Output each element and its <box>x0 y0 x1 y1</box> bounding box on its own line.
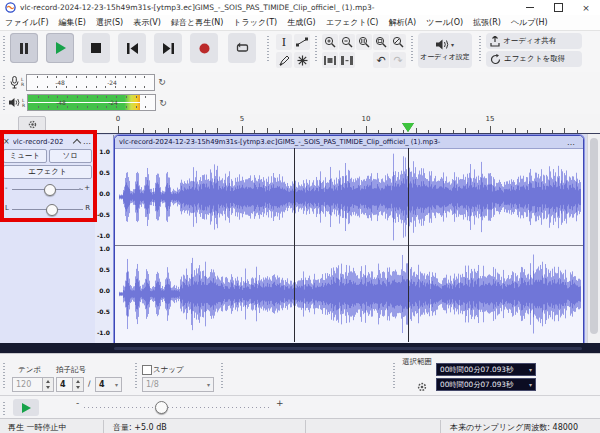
maximize-button[interactable] <box>544 0 572 15</box>
record-meter[interactable]: LR -48-24 ↻ <box>0 73 186 91</box>
pause-button[interactable] <box>10 33 38 63</box>
silence-audio-button[interactable] <box>339 52 355 68</box>
close-button[interactable]: × <box>572 0 600 15</box>
record-icon <box>199 43 210 54</box>
snap-checkbox[interactable] <box>142 365 152 375</box>
timesig-lower-select[interactable]: 4 ▾ <box>95 377 122 392</box>
waveform-channel-left[interactable] <box>115 149 581 245</box>
menu-item[interactable]: ヘルプ(H) <box>506 17 553 28</box>
envelope-tool-button[interactable] <box>294 34 310 50</box>
snap-select[interactable]: 1/8 ▾ <box>142 377 214 392</box>
play-button[interactable] <box>46 33 74 63</box>
meter-lr-labels: LR <box>21 77 24 87</box>
toolbar-grabber[interactable] <box>478 35 482 61</box>
multi-tool-button[interactable] <box>294 52 310 68</box>
trim-audio-button[interactable] <box>322 52 338 68</box>
menu-item[interactable]: 編集(E) <box>54 17 91 28</box>
play-at-speed-button[interactable] <box>13 399 39 416</box>
scale-label: -0.5 <box>95 212 112 218</box>
meter-refresh-icon: ↻ <box>159 98 167 108</box>
timesig-spinner[interactable] <box>73 377 84 392</box>
playhead-triangle[interactable] <box>402 123 414 132</box>
toolbar-grabber[interactable] <box>2 35 6 61</box>
toolbar-grabber[interactable] <box>2 96 6 110</box>
tempo-input[interactable]: 120 <box>12 377 43 392</box>
timesig-upper-input[interactable]: 4 <box>56 377 73 392</box>
menu-item[interactable]: ファイル(F) <box>0 17 54 28</box>
ruler-time-label: 0 <box>116 115 120 123</box>
audio-clip[interactable]: vlc-record-2024-12-23-15h49m31s-[ytmp3.e… <box>114 135 584 344</box>
menu-item[interactable]: トラック(T) <box>228 17 282 28</box>
speed-minus-label: - <box>76 398 79 408</box>
menu-bar: ファイル(F)編集(E)選択(S)表示(V)録音と再生(N)トラック(T)生成(… <box>0 15 600 31</box>
toolbar-grabber[interactable] <box>266 35 270 61</box>
menu-item[interactable]: 表示(V) <box>128 17 166 28</box>
waveform-channel-right[interactable] <box>115 246 581 342</box>
fit-selection-icon <box>358 36 370 48</box>
menu-item[interactable]: エフェクト(C) <box>321 17 384 28</box>
skip-to-start-button[interactable] <box>118 33 146 63</box>
toolbar-grabber[interactable] <box>2 75 6 89</box>
speed-plus-label: + <box>276 398 284 408</box>
selection-tool-button[interactable]: I <box>276 34 292 50</box>
selection-end-value: 00時間00分07.093秒 <box>440 380 513 390</box>
tempo-spinner[interactable] <box>43 377 54 392</box>
toolbar-grabber[interactable] <box>134 362 138 390</box>
loop-button[interactable] <box>228 33 256 63</box>
window-title: vlc-record-2024-12-23-15h49m31s-[ytmp3.e… <box>20 3 374 12</box>
snap-value: 1/8 <box>146 380 159 389</box>
draw-tool-button[interactable] <box>276 52 292 68</box>
menu-item[interactable]: 拡張(R) <box>468 17 506 28</box>
loop-icon <box>236 42 249 54</box>
clip-title-bar[interactable]: vlc-record-2024-12-23-15h49m31s-[ytmp3.e… <box>115 136 583 149</box>
speed-slider-knob[interactable] <box>155 401 168 414</box>
fit-selection-button[interactable] <box>356 34 372 50</box>
selection-cursor-line <box>294 148 295 342</box>
undo-button[interactable]: ↶ <box>373 52 389 68</box>
toolbar-grabber[interactable] <box>392 362 396 390</box>
zoom-out-button[interactable] <box>339 34 355 50</box>
menu-item[interactable]: ツール(O) <box>421 17 468 28</box>
scrollbar-thumb[interactable] <box>590 138 598 334</box>
zoom-in-button[interactable] <box>322 34 338 50</box>
zoom-toggle-button[interactable] <box>390 34 406 50</box>
menu-item[interactable]: 生成(G) <box>282 17 320 28</box>
minimize-button[interactable] <box>516 0 544 15</box>
get-effects-button[interactable]: エフェクトを取得 <box>486 51 582 67</box>
horizontal-scrollbar[interactable] <box>114 347 582 350</box>
clip-menu-icon[interactable]: … <box>567 138 576 147</box>
menu-item[interactable]: 解析(A) <box>383 17 421 28</box>
playback-position-line <box>408 148 409 342</box>
audio-setup-button[interactable]: ▾ オーディオ設定 <box>418 33 472 68</box>
skip-to-end-button[interactable] <box>154 33 182 63</box>
pencil-icon <box>279 55 290 66</box>
ruler-time-label: 5 <box>240 115 244 123</box>
vertical-scale-ruler[interactable]: 1.00.50.0-0.5-1.0 1.00.50.0-0.5-1.0 <box>95 135 114 343</box>
status-bar: 再生 一時停止中 音量: +5.0 dB 本来のサンプリング周波数: 48000 <box>0 418 600 433</box>
sample-rate-status: 本来のサンプリング周波数: 48000 <box>450 422 578 433</box>
playback-meter-bar[interactable]: -48-24 <box>27 94 156 111</box>
stop-button[interactable] <box>82 33 110 63</box>
redo-button[interactable]: ↷ <box>390 52 406 68</box>
scale-label: 0.0 <box>95 288 112 294</box>
playback-meter[interactable]: LR -48-24 ↻ <box>0 93 186 112</box>
menu-item[interactable]: 選択(S) <box>91 17 128 28</box>
share-audio-button[interactable]: オーディオ共有 <box>486 33 582 49</box>
record-button[interactable] <box>190 33 218 63</box>
toolbar-grabber[interactable] <box>410 35 414 61</box>
skip-start-icon <box>127 43 138 54</box>
record-meter-bar[interactable]: -48-24 <box>26 74 155 91</box>
selection-end-field[interactable]: 00時間00分07.093秒 ▾ <box>436 378 536 391</box>
ibeam-icon: I <box>282 37 286 48</box>
menu-item[interactable]: 録音と再生(N) <box>166 17 228 28</box>
speed-slider-track[interactable] <box>84 407 272 408</box>
play-icon <box>22 403 31 413</box>
vertical-scrollbar[interactable] <box>587 134 600 344</box>
fit-project-button[interactable] <box>373 34 389 50</box>
scale-label: 1.0 <box>95 246 112 252</box>
toolbar-grabber[interactable] <box>314 35 318 61</box>
toolbar-grabber[interactable] <box>2 362 6 390</box>
selection-start-field[interactable]: 00時間00分07.093秒 ▾ <box>436 363 536 376</box>
toolbar-grabber[interactable] <box>2 401 6 415</box>
toolbar-grabber[interactable] <box>220 362 224 390</box>
